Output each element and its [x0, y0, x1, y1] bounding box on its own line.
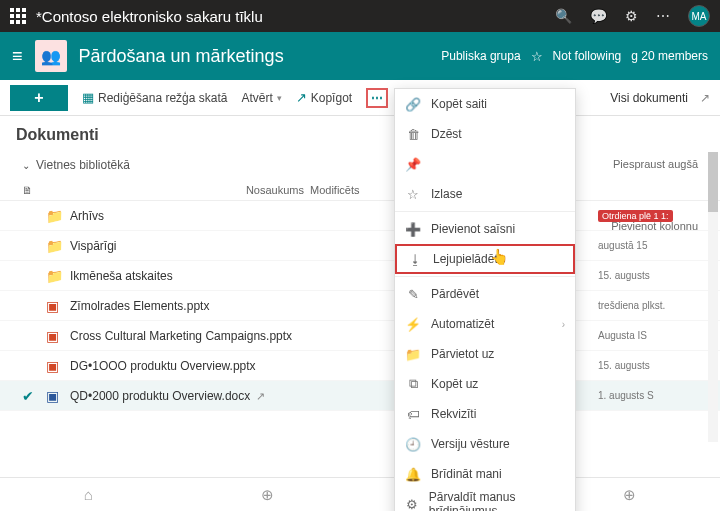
site-header: ≡ 👥 Pārdošana un mārketings Publiska gru… — [0, 32, 720, 80]
link-icon: 🔗 — [405, 97, 421, 112]
scrollbar-thumb[interactable] — [708, 152, 718, 212]
star-icon: ☆ — [405, 187, 421, 202]
folder-icon: 📁 — [46, 268, 70, 284]
suite-bar: *Contoso elektronisko sakaru tīklu 🔍 💬 ⚙… — [0, 0, 720, 32]
trash-icon: 🗑 — [405, 127, 421, 142]
file-row[interactable]: ✔▣QD•2000 produktu Overview.docx↗1. augu… — [0, 381, 720, 411]
pptx-icon: ▣ — [46, 358, 70, 374]
manage-alerts-icon: ⚙ — [405, 497, 419, 512]
folder-icon: 📁 — [46, 208, 70, 224]
new-button[interactable]: + — [10, 85, 68, 111]
menu-add-shortcut[interactable]: ➕Pievienot saīsni — [395, 214, 575, 244]
pptx-icon: ▣ — [46, 328, 70, 344]
file-modified: 15. augusts — [598, 360, 698, 371]
col-name[interactable]: Nosaukums — [70, 184, 310, 196]
more-icon[interactable]: ⋯ — [656, 8, 670, 24]
library-title: Dokumenti — [0, 116, 720, 154]
edit-grid-button[interactable]: ▦Rediģēšana režģa skatā — [82, 90, 227, 105]
col-type-icon[interactable]: 🗎 — [22, 184, 70, 196]
user-avatar[interactable]: MA — [688, 5, 710, 27]
nav-globe-icon[interactable]: ⊕ — [261, 486, 274, 504]
pptx-icon: ▣ — [46, 298, 70, 314]
menu-favorite[interactable]: ☆Izlase — [395, 179, 575, 209]
share-icon: ↗ — [296, 90, 307, 105]
file-row[interactable]: 📁Ikmēneša atskaites15. augusts — [0, 261, 720, 291]
file-modified: trešdiena plkst. — [598, 300, 698, 311]
library-breadcrumb[interactable]: ⌄Vietnes bibliotēkā — [0, 154, 720, 176]
cursor-pointer-icon: 👆 — [490, 248, 509, 266]
move-icon: 📁 — [405, 347, 421, 362]
share-button[interactable]: ↗Kopīgot — [296, 90, 352, 105]
file-row[interactable]: ▣DG•1OOO produktu Overview.pptx15. augus… — [0, 351, 720, 381]
nav-add-icon[interactable]: ⊕ — [623, 486, 636, 504]
file-modified: augustā 15 — [598, 240, 698, 251]
view-selector[interactable]: Visi dokumenti — [610, 91, 688, 105]
expand-icon[interactable]: ↗ — [700, 91, 710, 105]
properties-icon: 🏷 — [405, 407, 421, 422]
share-inline-icon[interactable]: ↗ — [256, 390, 265, 402]
file-row[interactable]: 📁Vispārīgiaugustā 15 — [0, 231, 720, 261]
site-logo[interactable]: 👥 — [35, 40, 67, 72]
suite-title: *Contoso elektronisko sakaru tīklu — [36, 8, 555, 25]
follow-star-icon[interactable]: ☆ — [531, 49, 543, 64]
file-row[interactable]: ▣Cross Cultural Marketing Campaigns.pptx… — [0, 321, 720, 351]
docx-icon: ▣ — [46, 388, 70, 404]
flow-icon: ⚡ — [405, 317, 421, 332]
folder-icon: 📁 — [46, 238, 70, 254]
menu-delete[interactable]: 🗑Dzēst — [395, 119, 575, 149]
file-row[interactable]: ▣Zīmolrades Elements.pptxtrešdiena plkst… — [0, 291, 720, 321]
menu-rename[interactable]: ✎Pārdēvēt — [395, 279, 575, 309]
col-modified[interactable]: Modificēts — [310, 184, 390, 196]
open-button[interactable]: Atvērt▾ — [241, 91, 281, 105]
search-icon[interactable]: 🔍 — [555, 8, 572, 24]
rename-icon: ✎ — [405, 287, 421, 302]
group-type-label: Publiska grupa — [441, 49, 520, 63]
pin-action[interactable]: Piespraust augšā — [613, 158, 698, 170]
menu-version-history[interactable]: 🕘Versiju vēsture — [395, 429, 575, 459]
menu-properties[interactable]: 🏷Rekvizīti — [395, 399, 575, 429]
menu-download[interactable]: ⭳Lejupielādēt — [395, 244, 575, 274]
nav-menu-icon[interactable]: ≡ — [12, 46, 23, 67]
context-menu: 🔗Kopēt saiti 🗑Dzēst 📌 ☆Izlase ➕Pievienot… — [394, 88, 576, 511]
copy-icon: ⧉ — [405, 376, 421, 392]
menu-copy-link[interactable]: 🔗Kopēt saiti — [395, 89, 575, 119]
chat-icon[interactable]: 💬 — [590, 8, 607, 24]
site-title[interactable]: Pārdošana un mārketings — [79, 46, 430, 67]
download-icon: ⭳ — [407, 252, 423, 267]
file-modified: 15. augusts — [598, 270, 698, 281]
shortcut-icon: ➕ — [405, 222, 421, 237]
menu-automate[interactable]: ⚡Automatizēt› — [395, 309, 575, 339]
bottom-nav: ⌂ ⊕ ▭ ⊕ — [0, 477, 720, 511]
column-headers: 🗎 Nosaukums Modificēts — [0, 176, 720, 201]
bell-icon: 🔔 — [405, 467, 421, 482]
history-icon: 🕘 — [405, 437, 421, 452]
menu-alert-me[interactable]: 🔔Brīdināt mani — [395, 459, 575, 489]
settings-icon[interactable]: ⚙ — [625, 8, 638, 24]
follow-label[interactable]: Not following — [553, 49, 622, 63]
menu-manage-alerts[interactable]: ⚙Pārvaldīt manus brīdinājumus — [395, 489, 575, 511]
nav-home-icon[interactable]: ⌂ — [84, 486, 93, 503]
pin-icon: 📌 — [405, 157, 421, 172]
menu-move-to[interactable]: 📁Pārvietot uz — [395, 339, 575, 369]
chevron-right-icon: › — [562, 319, 565, 330]
command-more-button[interactable]: ⋯ — [366, 88, 388, 108]
members-label[interactable]: g 20 members — [631, 49, 708, 63]
add-column[interactable]: Pievienot kolonnu — [611, 220, 698, 232]
menu-copy-to[interactable]: ⧉Kopēt uz — [395, 369, 575, 399]
file-list: 📁ArhīvsOtrdiena plē 1 1:📁Vispārīgiaugust… — [0, 201, 720, 411]
grid-icon: ▦ — [82, 90, 94, 105]
menu-pin[interactable]: 📌 — [395, 149, 575, 179]
file-modified: Augusta IS — [598, 330, 698, 341]
file-modified: 1. augusts S — [598, 390, 698, 401]
command-bar: + ▦Rediģēšana režģa skatā Atvērt▾ ↗Kopīg… — [0, 80, 720, 116]
app-launcher-icon[interactable] — [10, 8, 26, 24]
